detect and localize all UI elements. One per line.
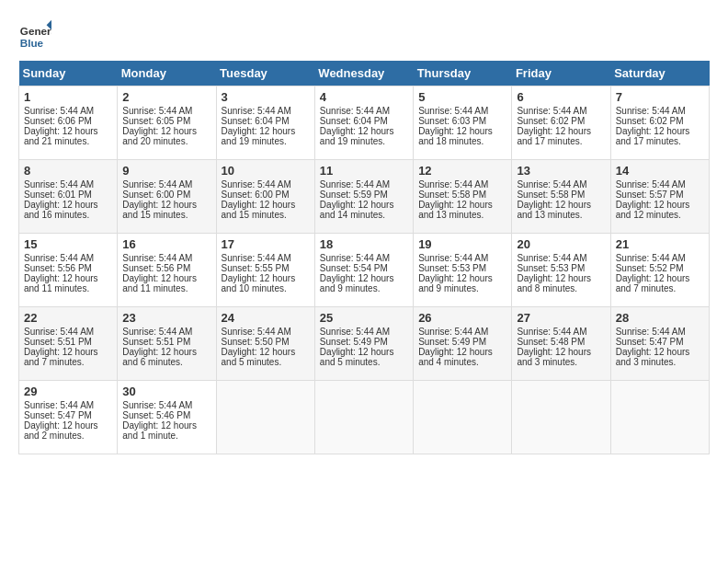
- empty-cell: [610, 381, 709, 454]
- sunrise-text: Sunrise: 5:44 AM: [122, 106, 192, 116]
- daylight-label: Daylight: 12 hours and 19 minutes.: [222, 126, 296, 146]
- day-number: 21: [616, 237, 704, 251]
- daylight-label: Daylight: 12 hours and 10 minutes.: [222, 273, 296, 293]
- daylight-label: Daylight: 12 hours and 5 minutes.: [222, 347, 296, 367]
- day-number: 6: [517, 90, 605, 104]
- sunrise-text: Sunrise: 5:44 AM: [24, 253, 94, 263]
- day-number: 29: [24, 385, 112, 398]
- empty-cell: [414, 381, 512, 454]
- day-number: 8: [24, 164, 112, 178]
- day-number: 17: [222, 237, 310, 251]
- calendar-day-cell: 30 Sunrise: 5:44 AM Sunset: 5:46 PM Dayl…: [118, 381, 216, 454]
- calendar-week-row: 15 Sunrise: 5:44 AM Sunset: 5:56 PM Dayl…: [19, 234, 710, 307]
- weekday-header-friday: Friday: [512, 61, 610, 86]
- calendar-day-cell: 25 Sunrise: 5:44 AM Sunset: 5:49 PM Dayl…: [314, 307, 413, 381]
- sunset-text: Sunset: 5:49 PM: [320, 337, 388, 347]
- sunset-text: Sunset: 6:00 PM: [122, 190, 190, 200]
- svg-text:General: General: [20, 25, 51, 37]
- sunrise-text: Sunrise: 5:44 AM: [517, 253, 586, 263]
- sunrise-text: Sunrise: 5:44 AM: [418, 327, 488, 337]
- calendar-day-cell: 27 Sunrise: 5:44 AM Sunset: 5:48 PM Dayl…: [512, 307, 610, 381]
- calendar-day-cell: 18 Sunrise: 5:44 AM Sunset: 5:54 PM Dayl…: [314, 234, 413, 307]
- weekday-header-wednesday: Wednesday: [314, 61, 413, 86]
- calendar-day-cell: 29 Sunrise: 5:44 AM Sunset: 5:47 PM Dayl…: [19, 381, 118, 454]
- sunrise-text: Sunrise: 5:44 AM: [418, 179, 488, 190]
- calendar-week-row: 29 Sunrise: 5:44 AM Sunset: 5:47 PM Dayl…: [19, 381, 710, 454]
- daylight-label: Daylight: 12 hours and 3 minutes.: [616, 347, 690, 367]
- sunset-text: Sunset: 6:04 PM: [222, 116, 290, 126]
- daylight-label: Daylight: 12 hours and 20 minutes.: [122, 126, 197, 146]
- sunrise-text: Sunrise: 5:44 AM: [320, 106, 390, 116]
- sunrise-text: Sunrise: 5:44 AM: [320, 253, 390, 263]
- day-number: 25: [320, 311, 408, 325]
- calendar-table: SundayMondayTuesdayWednesdayThursdayFrid…: [18, 61, 710, 454]
- day-number: 3: [222, 90, 310, 104]
- daylight-label: Daylight: 12 hours and 9 minutes.: [320, 273, 394, 293]
- calendar-day-cell: 7 Sunrise: 5:44 AM Sunset: 6:02 PM Dayli…: [610, 86, 709, 160]
- calendar-week-row: 1 Sunrise: 5:44 AM Sunset: 6:06 PM Dayli…: [19, 86, 710, 160]
- sunrise-text: Sunrise: 5:44 AM: [222, 253, 291, 263]
- daylight-label: Daylight: 12 hours and 8 minutes.: [517, 273, 591, 293]
- daylight-label: Daylight: 12 hours and 11 minutes.: [122, 273, 197, 293]
- calendar-day-cell: 4 Sunrise: 5:44 AM Sunset: 6:04 PM Dayli…: [314, 86, 413, 160]
- calendar-day-cell: 3 Sunrise: 5:44 AM Sunset: 6:04 PM Dayli…: [216, 86, 314, 160]
- day-number: 7: [616, 90, 704, 104]
- day-number: 13: [517, 164, 605, 178]
- day-number: 22: [24, 311, 112, 325]
- day-number: 16: [122, 237, 210, 251]
- day-number: 28: [616, 311, 704, 325]
- day-number: 27: [517, 311, 605, 325]
- sunset-text: Sunset: 5:56 PM: [24, 263, 92, 273]
- day-number: 5: [418, 90, 506, 104]
- weekday-header-tuesday: Tuesday: [216, 61, 314, 86]
- weekday-header-sunday: Sunday: [19, 61, 118, 86]
- page-header: General Blue: [18, 18, 710, 52]
- calendar-day-cell: 19 Sunrise: 5:44 AM Sunset: 5:53 PM Dayl…: [414, 234, 512, 307]
- sunrise-text: Sunrise: 5:44 AM: [24, 327, 94, 337]
- calendar-day-cell: 15 Sunrise: 5:44 AM Sunset: 5:56 PM Dayl…: [19, 234, 118, 307]
- daylight-label: Daylight: 12 hours and 17 minutes.: [517, 126, 591, 146]
- calendar-week-row: 22 Sunrise: 5:44 AM Sunset: 5:51 PM Dayl…: [19, 307, 710, 381]
- daylight-label: Daylight: 12 hours and 18 minutes.: [418, 126, 493, 146]
- calendar-day-cell: 10 Sunrise: 5:44 AM Sunset: 6:00 PM Dayl…: [216, 160, 314, 234]
- sunrise-text: Sunrise: 5:44 AM: [616, 106, 686, 116]
- sunrise-text: Sunrise: 5:44 AM: [616, 327, 686, 337]
- sunrise-text: Sunrise: 5:44 AM: [24, 400, 94, 410]
- logo-icon: General Blue: [18, 18, 51, 52]
- calendar-day-cell: 20 Sunrise: 5:44 AM Sunset: 5:53 PM Dayl…: [512, 234, 610, 307]
- day-number: 26: [418, 311, 506, 325]
- daylight-label: Daylight: 12 hours and 14 minutes.: [320, 200, 394, 220]
- sunrise-text: Sunrise: 5:44 AM: [320, 327, 390, 337]
- daylight-label: Daylight: 12 hours and 12 minutes.: [616, 200, 690, 220]
- sunset-text: Sunset: 5:53 PM: [418, 263, 486, 273]
- calendar-day-cell: 28 Sunrise: 5:44 AM Sunset: 5:47 PM Dayl…: [610, 307, 709, 381]
- sunrise-text: Sunrise: 5:44 AM: [122, 327, 192, 337]
- daylight-label: Daylight: 12 hours and 1 minute.: [122, 420, 197, 441]
- sunset-text: Sunset: 5:48 PM: [517, 337, 585, 347]
- calendar-day-cell: 14 Sunrise: 5:44 AM Sunset: 5:57 PM Dayl…: [610, 160, 709, 234]
- day-number: 15: [24, 237, 112, 251]
- sunset-text: Sunset: 5:53 PM: [517, 263, 585, 273]
- day-number: 2: [122, 90, 210, 104]
- day-number: 10: [222, 164, 310, 178]
- sunrise-text: Sunrise: 5:44 AM: [222, 179, 291, 190]
- calendar-day-cell: 6 Sunrise: 5:44 AM Sunset: 6:02 PM Dayli…: [512, 86, 610, 160]
- sunrise-text: Sunrise: 5:44 AM: [418, 106, 488, 116]
- calendar-day-cell: 12 Sunrise: 5:44 AM Sunset: 5:58 PM Dayl…: [414, 160, 512, 234]
- sunset-text: Sunset: 6:05 PM: [122, 116, 190, 126]
- sunrise-text: Sunrise: 5:44 AM: [616, 253, 686, 263]
- calendar-day-cell: 24 Sunrise: 5:44 AM Sunset: 5:50 PM Dayl…: [216, 307, 314, 381]
- sunrise-text: Sunrise: 5:44 AM: [418, 253, 488, 263]
- weekday-header-row: SundayMondayTuesdayWednesdayThursdayFrid…: [19, 61, 710, 86]
- calendar-day-cell: 21 Sunrise: 5:44 AM Sunset: 5:52 PM Dayl…: [610, 234, 709, 307]
- sunset-text: Sunset: 6:00 PM: [222, 190, 290, 200]
- daylight-label: Daylight: 12 hours and 2 minutes.: [24, 420, 98, 441]
- sunset-text: Sunset: 5:56 PM: [122, 263, 190, 273]
- empty-cell: [314, 381, 413, 454]
- daylight-label: Daylight: 12 hours and 3 minutes.: [517, 347, 591, 367]
- calendar-day-cell: 16 Sunrise: 5:44 AM Sunset: 5:56 PM Dayl…: [118, 234, 216, 307]
- logo: General Blue: [18, 18, 51, 52]
- daylight-label: Daylight: 12 hours and 16 minutes.: [24, 200, 98, 220]
- day-number: 23: [122, 311, 210, 325]
- empty-cell: [512, 381, 610, 454]
